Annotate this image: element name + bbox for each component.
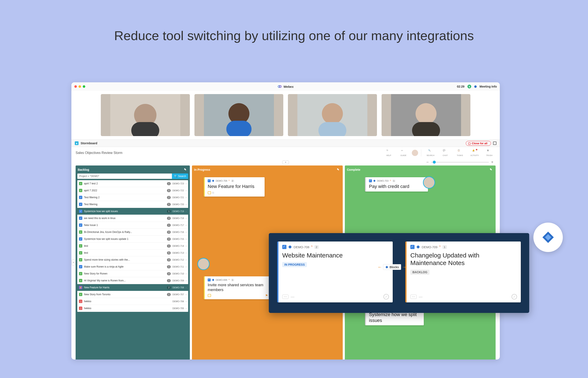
relation-popup: DEMO-708^2 Website Maintenance IN PROGRE… bbox=[269, 233, 529, 313]
issue-title: hekkio bbox=[84, 307, 171, 310]
backlog-row[interactable]: ✓ Systemize how we split issues update 1… bbox=[77, 236, 188, 243]
backlog-row[interactable]: ✓ Test filtering 2 2 DEMO-721 › bbox=[77, 194, 188, 201]
backlog-row[interactable]: ✓ New Issue 1 1 DEMO-717 › bbox=[77, 222, 188, 229]
relation-label[interactable]: Blocks bbox=[383, 264, 401, 270]
card-new-feature[interactable]: DEMO-708^2 New Feature for Harris ⎘ bbox=[204, 177, 265, 197]
backlog-row[interactable]: ▪ april 7 test 2 1 DEMO-723 › bbox=[77, 180, 188, 187]
backlog-row[interactable]: ◻ hekkio DEMO-706 › bbox=[77, 298, 188, 305]
trash-button[interactable]: 🗑TRASH bbox=[483, 149, 495, 156]
search-button[interactable]: 🔍SEARCH bbox=[424, 149, 437, 156]
jira-integration-badge bbox=[534, 223, 563, 252]
traffic-lights[interactable] bbox=[74, 85, 85, 88]
zoom-slider[interactable]: − + bbox=[424, 159, 495, 165]
approve-icon[interactable]: ✓ bbox=[512, 294, 517, 299]
issue-title: april 7 test 2 bbox=[84, 182, 165, 185]
add-column-top-button[interactable]: + bbox=[282, 161, 289, 164]
svg-marker-19 bbox=[416, 245, 420, 249]
card-pay[interactable]: DEMO-703^1 Pay with credit card bbox=[365, 177, 428, 191]
presence-avatar[interactable] bbox=[197, 258, 210, 270]
chevron-right-icon: › bbox=[186, 300, 187, 303]
edit-icon[interactable]: ✎ bbox=[490, 168, 494, 172]
zoom-track[interactable] bbox=[431, 162, 489, 162]
issue-title: hekkio bbox=[84, 300, 171, 303]
backlog-row[interactable]: ▪ april 7 2022 5 DEMO-722 › bbox=[77, 187, 188, 194]
jql-input[interactable] bbox=[77, 174, 172, 179]
participant-video-4[interactable] bbox=[382, 94, 471, 136]
tasks-button[interactable]: 📋TASKS bbox=[454, 149, 466, 156]
issue-title: Spend more time sizing stories with the.… bbox=[84, 258, 165, 261]
meeting-info-button[interactable]: Meeting Info bbox=[480, 85, 497, 88]
user-avatar[interactable] bbox=[412, 150, 418, 156]
comment-icon[interactable] bbox=[208, 191, 211, 194]
issue-id: DEMO-723 bbox=[173, 182, 184, 185]
count-badge: 3 bbox=[167, 272, 171, 275]
popup-title: Website Maintenance bbox=[282, 252, 389, 259]
issue-id: DEMO-709 bbox=[173, 279, 184, 282]
backlog-row[interactable]: ✓ Systemize how we split issues 1 DEMO-7… bbox=[77, 208, 188, 215]
storm-toolbar: Sales Objectives Review Storm ?⃝HELP ▭GU… bbox=[71, 147, 500, 159]
close-dot[interactable] bbox=[74, 85, 77, 88]
chevron-right-icon: › bbox=[186, 307, 187, 310]
count-badge: 2 bbox=[167, 286, 171, 289]
activity-button[interactable]: 🔔ACTIVITY bbox=[468, 149, 481, 156]
count-badge: 3 bbox=[167, 238, 171, 241]
popup-card-right[interactable]: DEMO-709^1 Changelog Updated with Mainte… bbox=[405, 242, 521, 302]
backlog-row[interactable]: ▪ New Story from Toronto 1 DEMO-707 › bbox=[77, 291, 188, 298]
count-badge: 3 bbox=[167, 258, 171, 261]
dash-icon: — bbox=[419, 295, 423, 299]
backlog-row[interactable]: ▪ Hi Virginia! My name is Ronen from... … bbox=[77, 277, 188, 284]
backlog-row[interactable]: ▪ Bi-Directional Jira, Azure DevOps & Ra… bbox=[77, 229, 188, 236]
assignee-avatar[interactable] bbox=[423, 176, 435, 189]
window-title: Webex bbox=[278, 84, 294, 89]
more-icon[interactable]: ⋯ bbox=[282, 295, 289, 299]
edit-icon[interactable]: ✎ bbox=[184, 168, 188, 172]
add-column-left-button[interactable]: + bbox=[72, 259, 75, 266]
backlog-row[interactable]: ✓ Test filtering 1 DEMO-720 › bbox=[77, 201, 188, 208]
zoom-thumb[interactable] bbox=[433, 161, 436, 163]
minimize-dot[interactable] bbox=[79, 85, 81, 88]
edit-icon[interactable]: ✎ bbox=[337, 168, 341, 172]
checkbox-icon bbox=[208, 179, 211, 182]
popup-card-left[interactable]: DEMO-708^2 Website Maintenance IN PROGRE… bbox=[277, 242, 393, 302]
backlog-row[interactable]: ▪ test 1 DEMO-714 › bbox=[77, 243, 188, 249]
issue-title: Make sure Ronen is a ninja at Agile bbox=[84, 265, 165, 268]
backlog-search: 🔍Search bbox=[77, 174, 188, 179]
backlog-row[interactable]: ✓ Make sure Ronen is a ninja at Agile 1 … bbox=[77, 263, 188, 270]
backlog-row[interactable]: ✓ we need this to work in linux 3 DEMO-7… bbox=[77, 215, 188, 222]
popout-icon[interactable] bbox=[493, 142, 496, 145]
task-icon: ✓ bbox=[79, 265, 82, 268]
card-title: Pay with credit card bbox=[369, 184, 425, 189]
zoom-dot[interactable] bbox=[83, 85, 85, 88]
backlog-row[interactable]: ◻ hekkio DEMO-705 › bbox=[77, 305, 188, 312]
story-icon: ▪ bbox=[79, 182, 82, 185]
card-title: Systemize how we split issues bbox=[369, 312, 421, 323]
backlog-row[interactable]: ▪ test 5 DEMO-713 › bbox=[77, 249, 188, 256]
participant-video-3[interactable] bbox=[288, 94, 377, 136]
participant-video-2[interactable] bbox=[194, 94, 283, 136]
backlog-row[interactable]: ▪ New Story for Ronen 3 DEMO-710 › bbox=[77, 270, 188, 277]
chat-button[interactable]: 💬CHAT bbox=[439, 149, 452, 156]
more-icon[interactable]: ⋯ bbox=[410, 295, 417, 299]
meeting-timer: 02:29 bbox=[457, 85, 465, 88]
count-badge: 3 bbox=[167, 230, 171, 234]
priority-icon: ^ bbox=[228, 278, 230, 281]
search-button[interactable]: 🔍Search bbox=[172, 174, 188, 179]
svg-point-9 bbox=[322, 103, 343, 124]
zoom-in-icon[interactable]: + bbox=[491, 160, 494, 165]
guide-button[interactable]: ▭GUIDE bbox=[397, 149, 410, 156]
svg-rect-7 bbox=[226, 121, 251, 136]
issue-title: Systemize how we split issues bbox=[84, 210, 165, 213]
backlog-row[interactable]: ⚡ New Feature for Harris 2 DEMO-708 › bbox=[77, 284, 188, 291]
card-invite[interactable]: DEMO-698^1 Invite more shared services t… bbox=[204, 276, 271, 299]
flag-icon: ⚑ bbox=[265, 294, 268, 297]
webex-icon bbox=[278, 84, 282, 89]
chevron-right-icon: › bbox=[186, 293, 187, 296]
zoom-out-icon[interactable]: − bbox=[426, 160, 429, 165]
close-for-all-button[interactable]: ▢Close for all bbox=[466, 141, 491, 146]
issue-id: DEMO-721 bbox=[173, 196, 184, 199]
participant-video-1[interactable] bbox=[101, 94, 190, 136]
help-button[interactable]: ?⃝HELP bbox=[382, 149, 395, 156]
approve-icon[interactable]: ✓ bbox=[384, 294, 389, 299]
backlog-row[interactable]: ▪ Spend more time sizing stories with th… bbox=[77, 256, 188, 263]
comment-icon[interactable] bbox=[208, 294, 211, 297]
